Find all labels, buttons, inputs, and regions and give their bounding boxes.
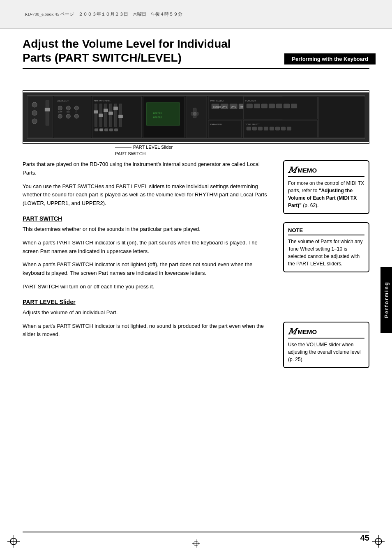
svg-text:UPPER1: UPPER1	[153, 112, 162, 115]
svg-text:MID: MID	[67, 111, 69, 113]
svg-rect-69	[247, 127, 251, 130]
svg-text:PART SELECT: PART SELECT	[210, 99, 224, 102]
part-level-slider-label: PART LEVEL Slider	[133, 145, 173, 150]
svg-point-12	[74, 106, 78, 110]
sidebar-column: 𝑀 MEMO For more on the control of MIDI T…	[283, 160, 369, 376]
memo-label-2: 𝑀 MEMO	[288, 327, 364, 339]
svg-rect-63	[269, 104, 274, 108]
memo-text-1: For more on the control of MIDI TX parts…	[288, 180, 364, 209]
sidebar-tab-text: Performing	[383, 281, 390, 318]
svg-text:UPPER2: UPPER2	[153, 116, 162, 119]
section2-para1: Adjusts the volume of an individual Part…	[23, 309, 271, 317]
svg-rect-37	[115, 129, 118, 131]
svg-text:EQUALIZER: EQUALIZER	[57, 99, 69, 102]
svg-rect-6	[46, 101, 49, 125]
corner-mark-br	[372, 535, 385, 548]
section1-para4: PART SWITCH will turn on or off each tim…	[23, 283, 271, 291]
page-number: 45	[360, 533, 369, 543]
svg-point-11	[66, 106, 70, 110]
corner-mark-bl	[7, 535, 20, 548]
keyboard-diagram-svg: EQUALIZER LOW MID HI PART SWITCH/LEVEL	[23, 91, 369, 143]
svg-text:FUNCTION: FUNCTION	[245, 99, 256, 102]
svg-rect-66	[291, 104, 297, 108]
top-header-text: RD-700_e.book 45 ページ ２００３年１０月２３日 木曜日 午後４…	[25, 11, 182, 17]
memo-text-2: Use the VOLUME slider when adjusting the…	[288, 341, 364, 363]
svg-point-10	[58, 106, 62, 110]
svg-rect-22	[94, 111, 98, 113]
svg-rect-35	[104, 129, 108, 131]
note-text-1: The volume of Parts for which any Tone W…	[288, 238, 364, 267]
svg-rect-70	[252, 127, 256, 130]
label-part-switch: PART SWITCH	[115, 151, 173, 156]
svg-rect-72	[264, 127, 268, 130]
diagram-labels-area: PART LEVEL Slider PART SWITCH	[115, 145, 173, 156]
svg-point-5	[32, 119, 37, 124]
svg-rect-36	[110, 129, 113, 131]
memo-label-text-1: MEMO	[297, 167, 317, 174]
bottom-border-line	[23, 532, 369, 532]
svg-rect-25	[104, 104, 107, 127]
svg-rect-33	[95, 129, 98, 131]
memo-box-2: 𝑀 MEMO Use the VOLUME slider when adjust…	[283, 322, 369, 368]
svg-point-3	[32, 102, 37, 107]
svg-rect-75	[281, 127, 285, 130]
svg-text:HI: HI	[75, 111, 76, 113]
section1-para1: This determines whether or not the sound…	[23, 225, 271, 234]
svg-point-14	[66, 114, 70, 118]
svg-point-13	[58, 114, 62, 118]
svg-point-45	[193, 112, 196, 115]
memo-box-1: 𝑀 MEMO For more on the control of MIDI T…	[283, 160, 369, 214]
page-title-section: Adjust the Volume Level for Individual P…	[23, 37, 369, 75]
svg-rect-64	[276, 104, 282, 108]
svg-point-4	[32, 111, 37, 115]
svg-rect-32	[119, 115, 123, 118]
svg-rect-26	[104, 109, 108, 112]
svg-rect-61	[254, 104, 260, 108]
label-part-level-slider: PART LEVEL Slider	[115, 145, 173, 150]
main-text-column: Parts that are played on the RD-700 usin…	[23, 160, 271, 376]
page-title-line2: Parts (PART SWITCH/LEVEL)	[23, 51, 182, 64]
svg-rect-27	[110, 104, 112, 127]
performing-sidebar-tab: Performing	[380, 267, 392, 333]
svg-rect-34	[99, 129, 103, 131]
svg-text:LOWER: LOWER	[213, 106, 221, 108]
memo-label-text-2: MEMO	[297, 328, 317, 335]
svg-text:TONE SELECT: TONE SELECT	[245, 123, 260, 126]
top-header-bar: RD-700_e.book 45 ページ ２００３年１０月２３日 木曜日 午後４…	[0, 0, 392, 29]
section1-heading: PART SWITCH	[23, 215, 271, 222]
svg-text:UPP1: UPP1	[222, 106, 227, 108]
memo-text-suffix-1: (p. 62).	[302, 203, 318, 208]
keyboard-diagram: EQUALIZER LOW MID HI PART SWITCH/LEVEL	[23, 90, 369, 144]
svg-rect-30	[114, 107, 118, 110]
memo-icon-1: 𝑀	[288, 165, 296, 175]
page-title: Adjust the Volume Level for Individual P…	[23, 37, 369, 69]
svg-rect-74	[275, 127, 279, 130]
svg-rect-71	[258, 127, 262, 130]
svg-text:UPP2: UPP2	[231, 106, 236, 108]
page-title-line1: Adjust the Volume Level for Individual	[23, 37, 231, 50]
svg-rect-65	[284, 104, 290, 108]
note-label-1: NOTE	[288, 227, 364, 235]
section2-para2: When a part's PART SWITCH indicator is n…	[23, 322, 271, 339]
svg-text:LOW: LOW	[58, 111, 62, 113]
svg-rect-73	[270, 127, 274, 130]
part-switch-label: PART SWITCH	[115, 151, 146, 156]
section1-para3: When a part's PART SWITCH indicator is n…	[23, 260, 271, 278]
note-box-1: NOTE The volume of Parts for which any T…	[283, 222, 369, 272]
section1-para2: When a part's PART SWITCH indicator is l…	[23, 239, 271, 256]
two-column-layout: Parts that are played on the RD-700 usin…	[23, 160, 369, 376]
svg-rect-24	[99, 114, 103, 117]
intro-para-1: Parts that are played on the RD-700 usin…	[23, 160, 271, 177]
svg-rect-21	[95, 104, 97, 127]
section2-heading: PART LEVEL Slider	[23, 299, 271, 305]
svg-point-15	[74, 114, 78, 118]
svg-rect-77	[319, 97, 365, 138]
svg-rect-76	[287, 127, 291, 130]
memo-icon-2: 𝑀	[288, 327, 296, 336]
center-bottom-mark	[192, 539, 200, 548]
svg-rect-28	[108, 112, 113, 115]
svg-text:PART SWITCH/LEVEL: PART SWITCH/LEVEL	[94, 100, 111, 102]
memo-label-1: 𝑀 MEMO	[288, 165, 364, 177]
svg-text:EXPANSION: EXPANSION	[210, 123, 222, 126]
svg-rect-62	[261, 104, 267, 108]
